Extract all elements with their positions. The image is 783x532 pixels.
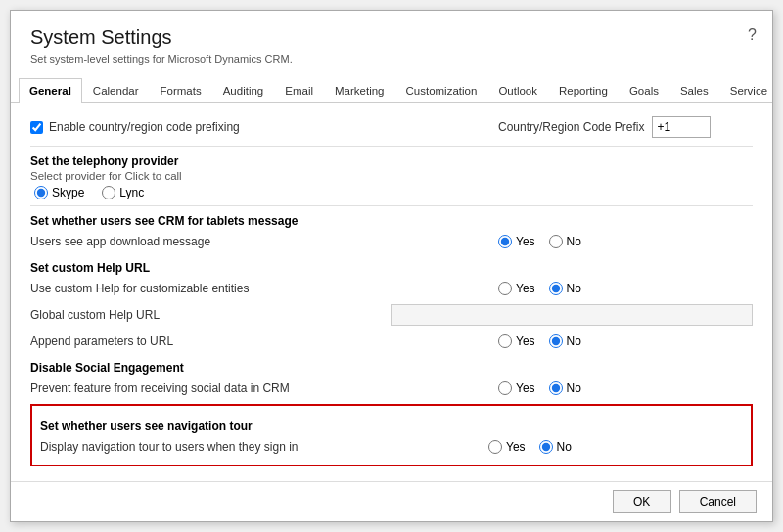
navigation-tour-row: Display navigation tour to users when th… (40, 435, 743, 459)
tablets-no-text: No (567, 235, 581, 248)
navigation-tour-radio-group: Yes No (488, 440, 743, 454)
tab-outlook[interactable]: Outlook (487, 78, 548, 103)
append-params-yes-radio[interactable] (498, 334, 512, 348)
custom-help-row-1-radio: Yes No (498, 282, 753, 295)
append-params-no-label[interactable]: No (549, 334, 581, 348)
nav-tour-no-label[interactable]: No (539, 440, 572, 454)
tab-synchronization[interactable]: Synchronization (778, 78, 783, 103)
content-area: Enable country/region code prefixing Cou… (11, 103, 772, 481)
tab-general[interactable]: General (19, 78, 82, 103)
social-no-radio[interactable] (549, 381, 563, 395)
system-settings-dialog: System Settings Set system-level setting… (10, 10, 773, 522)
append-params-row: Append parameters to URL Yes No (30, 330, 753, 353)
lync-label: Lync (119, 186, 144, 200)
tab-reporting[interactable]: Reporting (548, 78, 619, 103)
tab-calendar[interactable]: Calendar (82, 78, 150, 103)
skype-radio[interactable] (34, 186, 48, 200)
tablets-radio-group: Yes No (498, 235, 753, 248)
social-row: Prevent feature from receiving social da… (30, 377, 753, 400)
append-params-label: Append parameters to URL (30, 334, 498, 348)
custom-help-yes-label[interactable]: Yes (498, 282, 535, 295)
tab-marketing[interactable]: Marketing (324, 78, 395, 103)
global-help-url-label: Global custom Help URL (30, 308, 392, 322)
enable-country-prefix-label: Enable country/region code prefixing (49, 120, 492, 134)
global-help-url-row: Global custom Help URL (30, 300, 753, 330)
dialog-header: System Settings Set system-level setting… (11, 11, 772, 70)
navigation-tour-section: Set whether users see navigation tour Di… (30, 404, 753, 466)
nav-tour-no-radio[interactable] (539, 440, 553, 454)
social-yes-text: Yes (516, 381, 535, 395)
nav-tour-yes-label[interactable]: Yes (488, 440, 526, 454)
custom-help-yes-radio[interactable] (498, 282, 512, 295)
tablets-yes-text: Yes (516, 235, 535, 248)
tab-goals[interactable]: Goals (619, 78, 669, 103)
custom-help-row-1-label: Use custom Help for customizable entitie… (30, 282, 498, 295)
country-prefix-input[interactable] (652, 116, 711, 138)
social-no-text: No (567, 381, 581, 395)
append-params-yes-label[interactable]: Yes (498, 334, 535, 348)
skype-radio-label[interactable]: Skype (34, 186, 84, 200)
custom-help-no-text: No (567, 282, 581, 295)
tablets-row: Users see app download message Yes No (30, 230, 753, 253)
cancel-button[interactable]: Cancel (679, 490, 757, 513)
tab-formats[interactable]: Formats (150, 78, 212, 103)
append-params-no-text: No (567, 334, 581, 348)
dialog-title: System Settings (30, 26, 753, 49)
social-no-label[interactable]: No (549, 381, 581, 395)
custom-help-no-label[interactable]: No (549, 282, 581, 295)
social-yes-label[interactable]: Yes (498, 381, 535, 395)
tablets-yes-radio[interactable] (498, 235, 512, 248)
append-params-yes-text: Yes (516, 334, 535, 348)
tablets-title: Set whether users see CRM for tablets me… (30, 214, 753, 228)
tab-sales[interactable]: Sales (669, 78, 719, 103)
telephony-desc: Select provider for Click to call (30, 170, 753, 182)
tab-auditing[interactable]: Auditing (212, 78, 275, 103)
tab-service[interactable]: Service (719, 78, 778, 103)
custom-help-yes-text: Yes (516, 282, 535, 295)
nav-tour-no-text: No (557, 440, 572, 454)
tabs-bar: General Calendar Formats Auditing Email … (11, 78, 772, 103)
telephony-options: Skype Lync (30, 184, 753, 201)
global-help-url-control (392, 304, 753, 326)
navigation-tour-title: Set whether users see navigation tour (40, 420, 743, 433)
dialog-subtitle: Set system-level settings for Microsoft … (30, 53, 753, 65)
telephony-title: Set the telephony provider (30, 155, 753, 168)
lync-radio-label[interactable]: Lync (102, 186, 144, 200)
social-yes-radio[interactable] (498, 381, 512, 395)
lync-radio[interactable] (102, 186, 115, 200)
country-prefix-label: Country/Region Code Prefix (498, 120, 644, 134)
nav-tour-yes-radio[interactable] (488, 440, 502, 454)
nav-tour-yes-text: Yes (506, 440, 526, 454)
country-prefix-control: Country/Region Code Prefix (498, 116, 753, 138)
navigation-tour-label: Display navigation tour to users when th… (40, 440, 488, 454)
tab-email[interactable]: Email (274, 78, 324, 103)
enable-country-prefix-row: Enable country/region code prefixing Cou… (30, 112, 753, 142)
global-help-url-input[interactable] (392, 304, 753, 326)
dialog-footer: OK Cancel (11, 481, 772, 521)
social-radio-group: Yes No (498, 381, 753, 395)
append-params-radio: Yes No (498, 334, 753, 348)
tab-customization[interactable]: Customization (395, 78, 488, 103)
custom-help-title: Set custom Help URL (30, 261, 753, 275)
ok-button[interactable]: OK (613, 490, 671, 513)
tablets-no-label[interactable]: No (549, 235, 581, 248)
custom-help-no-radio[interactable] (549, 282, 563, 295)
tablets-yes-label[interactable]: Yes (498, 235, 535, 248)
tablets-no-radio[interactable] (549, 235, 563, 248)
custom-help-row-1: Use custom Help for customizable entitie… (30, 277, 753, 300)
tablets-row-label: Users see app download message (30, 235, 498, 248)
help-icon[interactable]: ? (748, 26, 757, 44)
social-title: Disable Social Engagement (30, 361, 753, 375)
append-params-no-radio[interactable] (549, 334, 563, 348)
enable-country-prefix-checkbox[interactable] (30, 121, 43, 134)
social-row-label: Prevent feature from receiving social da… (30, 381, 498, 395)
skype-label: Skype (52, 186, 84, 200)
